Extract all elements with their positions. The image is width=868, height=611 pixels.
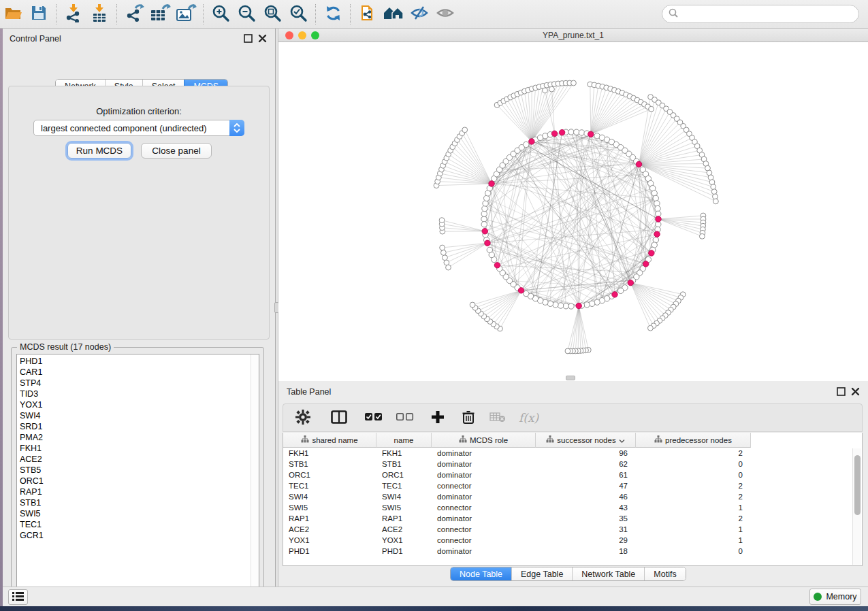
network-node[interactable] bbox=[481, 222, 487, 227]
table-tab-edge-table[interactable]: Edge Table bbox=[511, 567, 572, 580]
zoom-in-button[interactable] bbox=[209, 3, 232, 25]
deselect-all-button[interactable] bbox=[393, 406, 417, 429]
list-item[interactable]: GCR1 bbox=[17, 530, 251, 541]
leaf-node[interactable] bbox=[713, 199, 719, 204]
network-node[interactable] bbox=[524, 142, 529, 147]
zoom-out-button[interactable] bbox=[235, 3, 258, 25]
mcds-hub-node[interactable] bbox=[654, 231, 660, 237]
zoom-fit-button[interactable] bbox=[261, 3, 284, 25]
mcds-hub-node[interactable] bbox=[636, 161, 641, 167]
table-row[interactable]: TEC1TEC1connector472 bbox=[283, 480, 862, 491]
table-row[interactable]: SWI5SWI5connector431 bbox=[283, 502, 862, 513]
mcds-hub-node[interactable] bbox=[482, 229, 487, 234]
table-scrollbar-thumb[interactable] bbox=[854, 455, 861, 515]
table-row[interactable]: STB1STB1dominator620 bbox=[283, 459, 862, 469]
table-row[interactable]: SWI4SWI4dominator462 bbox=[283, 491, 862, 502]
list-item[interactable]: STB5 bbox=[17, 465, 251, 476]
import-network-button[interactable] bbox=[62, 3, 85, 25]
import-table-button[interactable] bbox=[88, 3, 111, 25]
list-item[interactable]: CAR1 bbox=[17, 367, 251, 378]
list-item[interactable]: TEC1 bbox=[17, 519, 251, 530]
mcds-hub-node[interactable] bbox=[649, 250, 654, 256]
list-item[interactable]: STP4 bbox=[17, 378, 251, 389]
network-node[interactable] bbox=[655, 205, 660, 211]
delete-column-button[interactable] bbox=[459, 406, 478, 429]
table-row[interactable]: RAP1RAP1dominator352 bbox=[283, 513, 862, 524]
export-network-button[interactable] bbox=[123, 3, 146, 25]
mcds-hub-node[interactable] bbox=[612, 292, 617, 297]
save-session-button[interactable] bbox=[27, 3, 50, 25]
leaf-node[interactable] bbox=[565, 348, 570, 354]
list-item[interactable]: SRD1 bbox=[17, 421, 251, 432]
column-header-name[interactable]: name bbox=[376, 433, 432, 448]
new-network-from-selection-button[interactable] bbox=[356, 3, 379, 25]
leaf-node[interactable] bbox=[647, 325, 653, 331]
network-node[interactable] bbox=[568, 303, 574, 309]
leaf-node[interactable] bbox=[699, 233, 705, 239]
table-tab-node-table[interactable]: Node Table bbox=[451, 567, 511, 580]
mcds-hub-node[interactable] bbox=[489, 181, 494, 186]
network-node[interactable] bbox=[487, 247, 492, 252]
network-node[interactable] bbox=[481, 211, 487, 216]
table-row[interactable]: YOX1YOX1connector291 bbox=[283, 535, 862, 546]
create-column-button[interactable] bbox=[428, 406, 448, 429]
show-columns-button[interactable] bbox=[328, 406, 350, 429]
table-row[interactable]: ACE2ACE2connector311 bbox=[283, 524, 862, 535]
table-float-button[interactable] bbox=[837, 387, 846, 396]
apply-layout-button[interactable] bbox=[321, 3, 344, 25]
leaf-node[interactable] bbox=[543, 88, 548, 93]
leaf-node[interactable] bbox=[440, 245, 445, 250]
mcds-hub-node[interactable] bbox=[628, 280, 633, 285]
show-all-panels-button[interactable] bbox=[382, 3, 405, 25]
leaf-node[interactable] bbox=[711, 189, 717, 195]
mcds-hub-node[interactable] bbox=[551, 131, 557, 136]
leaf-node[interactable] bbox=[439, 218, 445, 223]
network-node[interactable] bbox=[553, 302, 558, 308]
close-panel-button[interactable] bbox=[258, 34, 267, 43]
column-header-shared-name[interactable]: shared name bbox=[283, 433, 376, 448]
network-node[interactable] bbox=[482, 205, 487, 211]
network-node[interactable] bbox=[653, 195, 658, 201]
search-field[interactable] bbox=[662, 5, 859, 23]
leaf-node[interactable] bbox=[470, 302, 475, 308]
leaf-node[interactable] bbox=[462, 127, 468, 133]
column-header-predecessor-nodes[interactable]: predecessor nodes bbox=[636, 433, 751, 448]
close-panel-action-button[interactable]: Close panel bbox=[141, 143, 212, 159]
list-item[interactable]: STB1 bbox=[17, 497, 251, 508]
toggle-birdseye-button[interactable] bbox=[434, 3, 457, 25]
memory-button[interactable]: Memory bbox=[809, 589, 861, 605]
function-builder-button[interactable]: f(x) bbox=[519, 406, 539, 429]
list-item[interactable]: ACE2 bbox=[17, 454, 251, 465]
list-item[interactable]: PHD1 bbox=[17, 356, 251, 367]
network-node[interactable] bbox=[558, 303, 563, 308]
leaf-node[interactable] bbox=[549, 86, 555, 92]
network-node[interactable] bbox=[656, 222, 661, 227]
list-item[interactable]: SWI4 bbox=[17, 410, 251, 421]
network-node[interactable] bbox=[589, 301, 594, 306]
float-panel-button[interactable] bbox=[244, 34, 253, 43]
list-item[interactable]: RAP1 bbox=[17, 486, 251, 497]
leaf-node[interactable] bbox=[711, 184, 716, 190]
list-item[interactable]: ORC1 bbox=[17, 476, 251, 486]
delete-table-button[interactable] bbox=[487, 406, 508, 429]
search-input[interactable] bbox=[679, 7, 858, 21]
mcds-hub-node[interactable] bbox=[559, 130, 564, 135]
list-item[interactable]: SWI5 bbox=[17, 508, 251, 519]
mcds-hub-node[interactable] bbox=[494, 263, 500, 268]
leaf-node[interactable] bbox=[649, 106, 654, 112]
list-item[interactable]: FKH1 bbox=[17, 443, 251, 454]
hide-panels-button[interactable] bbox=[408, 3, 431, 25]
network-node[interactable] bbox=[584, 302, 590, 308]
task-history-button[interactable] bbox=[8, 589, 28, 605]
table-close-button[interactable] bbox=[851, 387, 860, 396]
network-node[interactable] bbox=[563, 303, 568, 309]
network-node[interactable] bbox=[568, 129, 574, 135]
network-node[interactable] bbox=[656, 211, 661, 216]
list-scrollbar[interactable] bbox=[251, 354, 259, 593]
list-item[interactable]: TID3 bbox=[17, 389, 251, 399]
network-node[interactable] bbox=[654, 201, 660, 206]
leaf-node[interactable] bbox=[440, 250, 446, 255]
table-tab-motifs[interactable]: Motifs bbox=[644, 567, 685, 580]
mcds-hub-node[interactable] bbox=[529, 139, 534, 144]
leaf-node[interactable] bbox=[444, 260, 449, 265]
